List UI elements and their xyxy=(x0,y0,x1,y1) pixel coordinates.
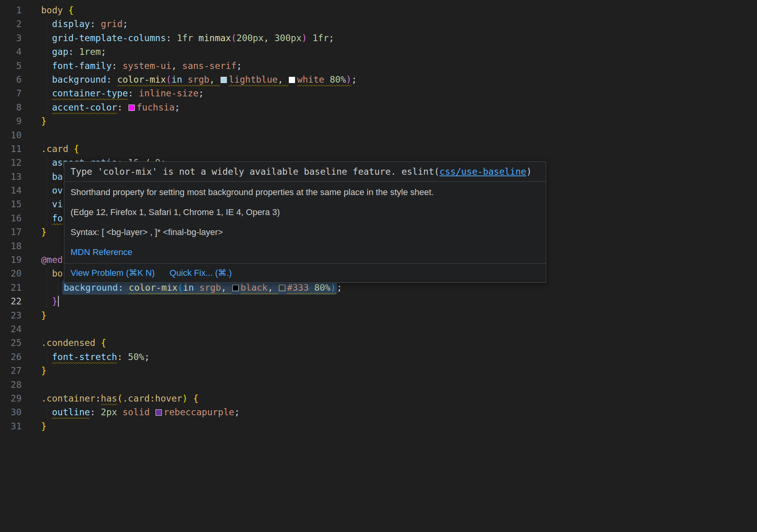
warning-squiggle: outline xyxy=(52,407,90,417)
line-number[interactable]: 10 xyxy=(0,128,22,142)
code-line[interactable]: 8 accent-color: fuchsia; xyxy=(0,101,757,114)
code-token: :hover xyxy=(150,393,182,404)
code-token: vi xyxy=(52,199,63,209)
line-number[interactable]: 5 xyxy=(0,59,22,73)
code-token: font-stretch xyxy=(52,352,117,362)
code-line[interactable]: 31} xyxy=(0,420,757,433)
line-number[interactable]: 13 xyxy=(0,170,22,184)
code-token: rebeccapurple xyxy=(164,407,234,417)
line-number[interactable]: 6 xyxy=(0,73,22,87)
code-line[interactable]: 6 background: color-mix(in srgb, lightbl… xyxy=(0,73,757,87)
code-token: } xyxy=(41,116,47,126)
code-line[interactable]: 27} xyxy=(0,364,757,378)
code-token: minmax xyxy=(199,33,231,43)
mdn-reference-link[interactable]: MDN Reference xyxy=(71,247,132,257)
line-number[interactable]: 23 xyxy=(0,309,22,322)
code-line[interactable]: 25.condensed { xyxy=(0,336,757,350)
line-number[interactable]: 7 xyxy=(0,87,22,100)
color-swatch[interactable] xyxy=(129,105,135,111)
line-number[interactable]: 25 xyxy=(0,336,22,350)
line-number[interactable]: 4 xyxy=(0,45,22,59)
code-token xyxy=(41,74,52,85)
code-line[interactable]: 23} xyxy=(0,309,757,322)
code-token: { xyxy=(101,338,106,348)
code-token: ( xyxy=(231,33,237,43)
code-line[interactable]: 2 display: grid; xyxy=(0,17,757,31)
code-line[interactable]: 3 grid-template-columns: 1fr minmax(200p… xyxy=(0,31,757,45)
docs-mdn-row: MDN Reference xyxy=(71,247,540,262)
color-swatch[interactable] xyxy=(232,285,239,291)
line-number[interactable]: 12 xyxy=(0,156,22,170)
line-number[interactable]: 17 xyxy=(0,225,22,239)
code-line[interactable]: 7 container-type: inline-size; xyxy=(0,87,757,100)
code-token xyxy=(41,47,52,57)
line-number[interactable]: 31 xyxy=(0,420,22,433)
problem-text: Type 'color-mix' is not a widely availab… xyxy=(71,166,440,177)
code-line[interactable]: 1body { xyxy=(0,4,757,17)
code-line[interactable]: 5 font-family: system-ui, sans-serif; xyxy=(0,59,757,73)
code-token: display xyxy=(52,19,90,29)
code-line[interactable]: 24 xyxy=(0,322,757,336)
code-token xyxy=(41,213,52,223)
code-token: 2px xyxy=(101,407,117,417)
code-token: grid xyxy=(101,19,122,29)
code-token xyxy=(41,19,52,29)
code-token: ; xyxy=(123,19,128,29)
line-number[interactable]: 24 xyxy=(0,322,22,336)
line-number[interactable]: 20 xyxy=(0,267,22,280)
code-line[interactable]: 30 outline: 2px solid rebeccapurple; xyxy=(0,405,757,419)
line-content: display: grid; xyxy=(41,17,128,31)
code-line[interactable]: 9} xyxy=(0,114,757,128)
line-number[interactable]: 14 xyxy=(0,184,22,197)
code-token: ) xyxy=(330,282,336,293)
line-content: font-stretch: 50%; xyxy=(41,350,150,364)
color-swatch[interactable] xyxy=(279,285,285,291)
color-swatch[interactable] xyxy=(289,77,295,83)
code-token: lightblue xyxy=(229,74,278,85)
line-number[interactable]: 2 xyxy=(0,17,22,31)
code-token: outline xyxy=(52,407,90,417)
code-token: bo xyxy=(52,268,63,279)
line-number[interactable]: 27 xyxy=(0,364,22,378)
code-line[interactable]: 21 background: color-mix(in srgb, black,… xyxy=(0,281,757,295)
code-line[interactable]: 28 xyxy=(0,378,757,392)
code-line[interactable]: 11.card { xyxy=(0,142,757,156)
code-line[interactable]: 4 gap: 1rem; xyxy=(0,45,757,59)
line-number[interactable]: 29 xyxy=(0,392,22,405)
code-token: ; xyxy=(234,407,240,417)
line-number[interactable]: 1 xyxy=(0,4,22,17)
line-number[interactable]: 9 xyxy=(0,114,22,128)
line-number[interactable]: 15 xyxy=(0,197,22,211)
hover-actions: View Problem (⌘K N) Quick Fix... (⌘.) xyxy=(64,263,546,282)
line-number[interactable]: 28 xyxy=(0,378,22,392)
color-swatch[interactable] xyxy=(221,77,227,83)
line-number[interactable]: 3 xyxy=(0,31,22,45)
code-line[interactable]: 29.container:has(.card:hover) { xyxy=(0,392,757,405)
line-number[interactable]: 18 xyxy=(0,239,22,253)
eslint-rule-link[interactable]: css/use-baseline xyxy=(440,166,527,177)
line-number[interactable]: 8 xyxy=(0,101,22,114)
view-problem-action[interactable]: View Problem (⌘K N) xyxy=(71,268,155,279)
line-number[interactable]: 16 xyxy=(0,212,22,225)
code-line[interactable]: 22 } xyxy=(0,295,757,308)
code-token xyxy=(95,338,101,348)
code-line[interactable]: 26 font-stretch: 50%; xyxy=(0,350,757,364)
code-token: , xyxy=(278,74,289,85)
code-token xyxy=(41,172,52,182)
color-swatch[interactable] xyxy=(156,409,162,416)
line-number[interactable]: 21 xyxy=(0,281,22,295)
code-token xyxy=(41,157,52,168)
line-number[interactable]: 11 xyxy=(0,142,22,156)
code-token: 80% xyxy=(314,282,331,293)
quick-fix-action[interactable]: Quick Fix... (⌘.) xyxy=(170,268,232,279)
code-token: 200px xyxy=(237,33,264,43)
line-number[interactable]: 22 xyxy=(0,295,22,308)
line-number[interactable]: 26 xyxy=(0,350,22,364)
code-line[interactable]: 10 xyxy=(0,128,757,142)
line-number[interactable]: 19 xyxy=(0,253,22,267)
code-token: : xyxy=(106,74,117,85)
line-number[interactable]: 30 xyxy=(0,405,22,419)
hover-docs: Shorthand property for setting most back… xyxy=(64,182,546,263)
code-token: 1fr xyxy=(312,33,329,43)
line-content: container-type: inline-size; xyxy=(41,87,204,100)
